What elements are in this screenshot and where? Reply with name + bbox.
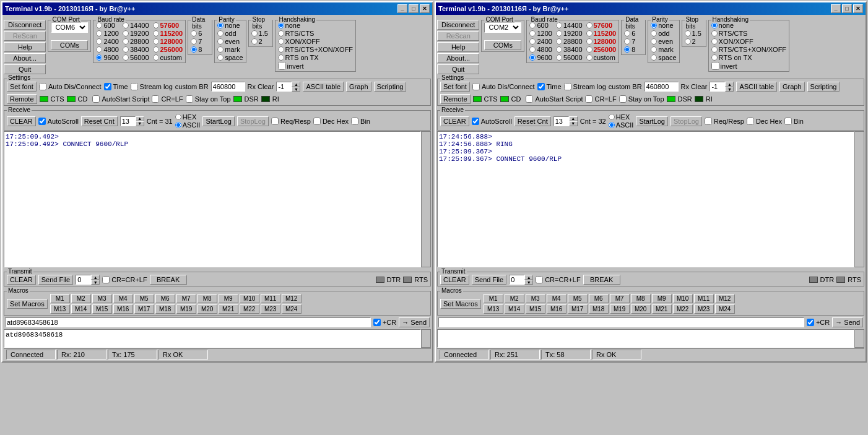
m7-btn-1[interactable]: M7 <box>176 294 196 303</box>
m2-btn-1[interactable]: M2 <box>71 294 91 303</box>
autoscroll-cb-1[interactable] <box>38 118 46 125</box>
cr-lf-cb-2[interactable] <box>585 95 592 103</box>
tx-counter-down-1[interactable]: ▼ <box>91 280 100 285</box>
scripting-btn-2[interactable]: Scripting <box>807 82 840 92</box>
tx-clear-btn-1[interactable]: CLEAR <box>7 275 36 285</box>
cr-cb-2[interactable] <box>807 319 814 326</box>
custom-br-input-1[interactable] <box>211 82 245 92</box>
minimize-btn-1[interactable]: _ <box>397 4 407 13</box>
rescan-btn-1[interactable]: ReScan <box>4 31 46 41</box>
m19-btn-1[interactable]: M19 <box>176 304 196 314</box>
bin-cb-2[interactable] <box>784 118 792 125</box>
start-log-btn-1[interactable]: StartLog <box>202 116 235 126</box>
m23-btn-2[interactable]: M23 <box>694 304 714 314</box>
m1-btn-2[interactable]: M1 <box>484 294 503 303</box>
m10-btn-2[interactable]: M10 <box>673 294 693 303</box>
scripting-btn-1[interactable]: Scripting <box>374 82 407 92</box>
dec-hex-cb-1[interactable] <box>313 118 321 125</box>
stay-top-cb-1[interactable] <box>186 95 193 103</box>
quit-btn-1[interactable]: Quit <box>4 64 46 74</box>
stop-log-btn-2[interactable]: StopLog <box>671 116 702 126</box>
m15-btn-2[interactable]: M15 <box>526 304 545 314</box>
req-resp-cb-2[interactable] <box>705 118 712 125</box>
m19-btn-2[interactable]: M19 <box>610 304 630 314</box>
auto-start-cb-2[interactable] <box>526 95 533 103</box>
time-cb-2[interactable] <box>537 83 545 90</box>
help-btn-1[interactable]: Help <box>4 42 46 52</box>
m20-btn-1[interactable]: M20 <box>197 304 217 314</box>
m18-btn-2[interactable]: M18 <box>589 304 609 314</box>
m7-btn-2[interactable]: M7 <box>610 294 630 303</box>
about-btn-1[interactable]: About... <box>4 53 46 63</box>
m11-btn-1[interactable]: M11 <box>261 294 280 303</box>
m11-btn-2[interactable]: M11 <box>694 294 714 303</box>
clear-btn-2[interactable]: CLEAR <box>440 116 469 126</box>
set-font-btn-1[interactable]: Set font <box>7 82 37 92</box>
com-port-select-1[interactable]: COM6 COM1COM2COM3COM4COM5 <box>51 22 88 33</box>
m9-btn-1[interactable]: M9 <box>219 294 238 303</box>
cr-crlf-cb-2[interactable] <box>536 276 543 283</box>
stream-log-cb-2[interactable] <box>564 83 571 90</box>
m4-btn-1[interactable]: M4 <box>113 294 133 303</box>
tx-counter-up-1[interactable]: ▲ <box>91 275 100 280</box>
tx-clear-btn-2[interactable]: CLEAR <box>440 275 469 285</box>
cr-cb-1[interactable] <box>373 319 381 326</box>
auto-start-cb-1[interactable] <box>92 95 100 103</box>
send-input-1[interactable] <box>5 317 371 327</box>
m21-btn-2[interactable]: M21 <box>652 304 672 314</box>
rx-clear-up-2[interactable]: ▲ <box>725 82 734 87</box>
send-log-scrollbar-2[interactable] <box>854 329 864 348</box>
maximize-btn-2[interactable]: □ <box>842 4 852 13</box>
maximize-btn-1[interactable]: □ <box>409 4 419 13</box>
cnt-input-1[interactable] <box>120 116 136 126</box>
m14-btn-2[interactable]: M14 <box>505 304 524 314</box>
cnt-down-1[interactable]: ▼ <box>136 121 144 126</box>
m3-btn-1[interactable]: M3 <box>92 294 112 303</box>
disconnect-btn-2[interactable]: Disconnect <box>437 20 479 30</box>
m2-btn-2[interactable]: M2 <box>505 294 524 303</box>
rx-clear-up-1[interactable]: ▲ <box>292 82 300 87</box>
auto-dis-cb-2[interactable] <box>472 83 480 90</box>
time-cb-1[interactable] <box>104 83 111 90</box>
send-btn-2[interactable]: → Send <box>832 317 863 327</box>
m3-btn-2[interactable]: M3 <box>526 294 545 303</box>
rx-clear-down-1[interactable]: ▼ <box>292 87 300 92</box>
m24-btn-2[interactable]: M24 <box>715 304 735 314</box>
m24-btn-1[interactable]: M24 <box>282 304 302 314</box>
set-font-btn-2[interactable]: Set font <box>440 82 470 92</box>
graph-btn-2[interactable]: Graph <box>779 82 805 92</box>
close-btn-2[interactable]: ✕ <box>853 4 863 13</box>
break-btn-2[interactable]: BREAK <box>583 275 620 285</box>
about-btn-2[interactable]: About... <box>437 53 479 63</box>
cnt-down-2[interactable]: ▼ <box>569 121 578 126</box>
clear-btn-1[interactable]: CLEAR <box>7 116 36 126</box>
graph-btn-1[interactable]: Graph <box>346 82 371 92</box>
rx-clear-input-1[interactable] <box>276 82 292 92</box>
rescan-btn-2[interactable]: ReScan <box>437 31 479 41</box>
quit-btn-2[interactable]: Quit <box>437 64 479 74</box>
m20-btn-2[interactable]: M20 <box>631 304 651 314</box>
m6-btn-1[interactable]: M6 <box>155 294 175 303</box>
m12-btn-2[interactable]: M12 <box>715 294 735 303</box>
m5-btn-1[interactable]: M5 <box>134 294 154 303</box>
m14-btn-1[interactable]: M14 <box>71 304 91 314</box>
m10-btn-1[interactable]: M10 <box>240 294 259 303</box>
remote-btn-2[interactable]: Remote <box>440 94 471 104</box>
m16-btn-2[interactable]: M16 <box>547 304 566 314</box>
ascii-table-btn-2[interactable]: ASCII table <box>736 82 777 92</box>
m17-btn-2[interactable]: M17 <box>568 304 588 314</box>
m4-btn-2[interactable]: M4 <box>547 294 566 303</box>
coms-btn-1[interactable]: COMs <box>51 40 88 50</box>
autoscroll-cb-2[interactable] <box>472 118 479 125</box>
terminal-scrollbar-1[interactable] <box>421 131 431 267</box>
start-log-btn-2[interactable]: StartLog <box>636 116 668 126</box>
send-file-btn-2[interactable]: Send File <box>472 275 506 285</box>
custom-br-input-2[interactable] <box>644 82 679 92</box>
break-btn-1[interactable]: BREAK <box>150 275 187 285</box>
minimize-btn-2[interactable]: _ <box>831 4 841 13</box>
m22-btn-2[interactable]: M22 <box>673 304 693 314</box>
m8-btn-1[interactable]: M8 <box>197 294 217 303</box>
stay-top-cb-2[interactable] <box>619 95 627 103</box>
req-resp-cb-1[interactable] <box>271 118 279 125</box>
help-btn-2[interactable]: Help <box>437 42 479 52</box>
